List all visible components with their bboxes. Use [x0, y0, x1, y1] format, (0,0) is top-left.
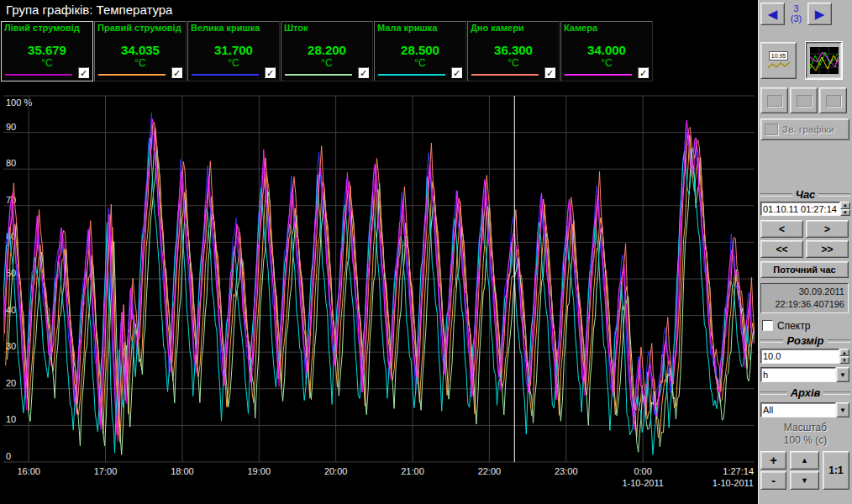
time-fast-back-button[interactable]: << [760, 240, 803, 258]
channel-color-line [471, 74, 539, 76]
y-tick-label: 10 [6, 414, 16, 424]
trend-series-1 [3, 132, 753, 442]
values-view-icon: 10.95 [767, 51, 791, 71]
channel-value: 35.679 [2, 43, 92, 57]
current-time-button[interactable]: Поточний час [760, 261, 849, 278]
zoom-out-button[interactable]: - [760, 471, 786, 490]
next-graph-group-button[interactable]: ▶ [807, 3, 832, 25]
channel-legend: Лівий струмовід35.679°C✓Правий струмовід… [0, 20, 758, 84]
channel-cell-2[interactable]: Правий струмовід34.035°C✓ [94, 21, 187, 81]
values-view-button[interactable]: 10.95 [760, 42, 797, 79]
x-tick-label: 22:00 [478, 466, 502, 476]
up-arrow-icon: ▲ [801, 456, 808, 465]
x-tick-label: 21:00 [401, 466, 424, 476]
x-tick-label: 20:00 [324, 466, 348, 476]
channel-name: Лівий струмовід [4, 24, 90, 43]
toolbar-disabled-button-2[interactable] [790, 87, 818, 113]
channel-value: 28.500 [375, 43, 465, 57]
down-arrow-icon: ▼ [801, 476, 808, 485]
x-tick-label: 18:00 [171, 466, 194, 476]
time-spin-up-button[interactable]: ▲ [840, 202, 850, 209]
zoom-in-button[interactable]: + [760, 451, 786, 470]
channel-color-line [285, 74, 352, 76]
toolbar-disabled-button-3[interactable] [819, 87, 847, 113]
size-unit-dropdown-button[interactable]: ▼ [836, 367, 849, 382]
channel-cell-1[interactable]: Лівий струмовід35.679°C✓ [1, 21, 93, 81]
linked-graphs-label: Зв. графіки [782, 124, 834, 134]
page-title: Група графіків: Температура [0, 0, 758, 20]
scale-label: Масштаб [760, 422, 850, 433]
control-panel: ◀ 3 (3) ▶ 10.95 [758, 0, 852, 504]
channel-name: Шток [284, 24, 370, 43]
one-to-one-button[interactable]: 1:1 [823, 451, 849, 490]
time-group-label: Час [796, 188, 816, 201]
time-field[interactable]: 01.10.11 01:27:14 [760, 202, 840, 216]
x-date-label: 1-10-2011 [622, 478, 663, 488]
channel-checkbox[interactable]: ✓ [638, 67, 649, 78]
pan-down-button[interactable]: ▼ [790, 471, 819, 490]
graphs-view-button[interactable] [806, 42, 842, 79]
trend-chart[interactable]: 100 %908070605040302010016:0017:0018:001… [0, 84, 758, 504]
channel-checkbox[interactable]: ✓ [78, 67, 89, 78]
channel-color-line [192, 74, 259, 76]
x-tick-label: 16:00 [17, 466, 40, 476]
size-value: 10.0 [763, 351, 781, 361]
channel-cell-5[interactable]: Мала кришка28.500°C✓ [374, 21, 466, 81]
graph-group-counter: 3 (3) [786, 3, 806, 25]
channel-name: Камера [564, 24, 650, 43]
channel-name: Правий струмовід [97, 24, 183, 43]
size-unit-value: h [763, 370, 768, 380]
size-spin-up-button[interactable]: ▲ [839, 349, 849, 356]
archive-dropdown[interactable]: All [760, 402, 836, 417]
channel-value: 31.700 [188, 43, 279, 57]
linked-graphs-icon [765, 123, 778, 135]
spin-up-icon: ▲ [843, 202, 848, 207]
time-field-value: 01.10.11 01:27:14 [763, 204, 837, 214]
channel-value: 36.300 [468, 43, 559, 57]
prev-arrow-icon: ◀ [768, 8, 778, 20]
report-icon [826, 95, 841, 107]
spin-down-icon: ▼ [842, 358, 847, 363]
display-date: 30.09.2011 [765, 286, 844, 298]
y-tick-label: 0 [6, 451, 11, 461]
x-tick-label: 1:27:14 [723, 466, 754, 476]
channel-name: Велика кришка [191, 24, 276, 43]
x-tick-label: 23:00 [555, 466, 578, 476]
channel-checkbox[interactable]: ✓ [265, 67, 276, 78]
time-step-forward-button[interactable]: > [806, 220, 849, 238]
spectrum-checkbox[interactable] [762, 320, 773, 331]
toolbar-disabled-button-1[interactable] [760, 87, 788, 113]
spin-down-icon: ▼ [843, 210, 848, 215]
channel-value: 34.000 [561, 43, 652, 57]
archive-dropdown-button[interactable]: ▼ [836, 402, 849, 417]
dropdown-arrow-icon: ▼ [839, 371, 846, 379]
prev-graph-group-button[interactable]: ◀ [760, 3, 785, 25]
channel-cell-6[interactable]: Дно камери36.300°C✓ [467, 21, 560, 81]
channel-checkbox[interactable]: ✓ [451, 67, 462, 78]
pan-up-button[interactable]: ▲ [790, 451, 819, 470]
scale-value: 100 % (с) [760, 434, 850, 446]
size-spinner: ▲ ▼ [839, 349, 849, 364]
channel-color-line [5, 74, 72, 76]
y-tick-label: 80 [6, 158, 16, 168]
channel-checkbox[interactable]: ✓ [544, 67, 555, 78]
channel-name: Дно камери [471, 24, 556, 43]
group-page-number: 3 [786, 3, 806, 13]
size-unit-dropdown[interactable]: h [760, 367, 836, 382]
time-field-spinner: ▲ ▼ [840, 202, 850, 216]
panes-icon [767, 95, 782, 107]
time-fast-forward-button[interactable]: >> [806, 240, 849, 258]
linked-graphs-button[interactable]: Зв. графіки [760, 118, 849, 140]
channel-checkbox[interactable]: ✓ [358, 67, 369, 78]
time-spin-down-button[interactable]: ▼ [840, 209, 850, 217]
channel-cell-7[interactable]: Камера34.000°C✓ [560, 21, 653, 81]
time-step-back-button[interactable]: < [760, 220, 803, 238]
channel-value: 34.035 [95, 43, 186, 57]
archive-group-header: Архів [760, 386, 850, 399]
size-value-field[interactable]: 10.0 [760, 349, 839, 364]
size-spin-down-button[interactable]: ▼ [839, 356, 849, 364]
x-tick-label: 0:00 [634, 466, 651, 476]
channel-cell-4[interactable]: Шток28.200°C✓ [281, 21, 373, 81]
channel-checkbox[interactable]: ✓ [171, 67, 182, 78]
channel-cell-3[interactable]: Велика кришка31.700°C✓ [187, 21, 280, 81]
